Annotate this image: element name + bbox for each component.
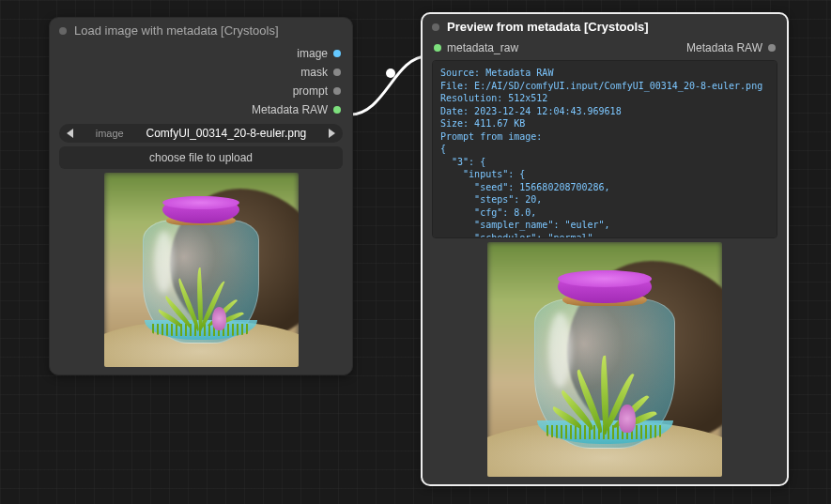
- node-header[interactable]: Preview from metadata [Crystools]: [423, 14, 787, 39]
- output-prompt[interactable]: prompt: [61, 83, 341, 99]
- node-title: Preview from metadata [Crystools]: [447, 20, 649, 34]
- node-header[interactable]: Load image with metadata [Crystools]: [50, 18, 352, 43]
- preview-image[interactable]: [104, 173, 299, 367]
- input-metadata-raw[interactable]: metadata_raw: [434, 41, 518, 54]
- preview-image[interactable]: [487, 242, 722, 477]
- output-metadata-raw[interactable]: Metadata RAW: [686, 41, 776, 54]
- outputs: image mask prompt Metadata RAW: [57, 43, 345, 120]
- port-icon[interactable]: [333, 50, 341, 57]
- port-icon[interactable]: [768, 44, 776, 52]
- file-label: image: [96, 128, 124, 139]
- file-name: ComfyUI_00314_20-8-euler.png: [146, 127, 306, 140]
- port-icon[interactable]: [434, 44, 441, 52]
- svg-point-0: [386, 69, 395, 78]
- node-preview-metadata[interactable]: Preview from metadata [Crystools] metada…: [421, 12, 789, 486]
- image-preview: [430, 242, 779, 477]
- file-selector[interactable]: image ComfyUI_00314_20-8-euler.png: [59, 124, 343, 143]
- port-icon[interactable]: [333, 87, 341, 95]
- collapse-dot-icon[interactable]: [432, 23, 439, 31]
- arrow-left-icon[interactable]: [67, 129, 73, 138]
- port-icon[interactable]: [333, 69, 341, 76]
- output-image[interactable]: image: [61, 45, 341, 62]
- output-metadata-raw[interactable]: Metadata RAW: [61, 101, 341, 118]
- arrow-right-icon[interactable]: [329, 129, 335, 138]
- metadata-content: Source: Metadata RAW File: E:/AI/SD/comf…: [440, 67, 769, 238]
- upload-button[interactable]: choose file to upload: [59, 146, 343, 169]
- node-title: Load image with metadata [Crystools]: [74, 23, 279, 38]
- output-mask[interactable]: mask: [61, 64, 341, 81]
- node-load-image[interactable]: Load image with metadata [Crystools] ima…: [49, 17, 353, 375]
- metadata-textarea[interactable]: Source: Metadata RAW File: E:/AI/SD/comf…: [432, 60, 777, 238]
- collapse-dot-icon[interactable]: [59, 27, 67, 35]
- io-row: metadata_raw Metadata RAW: [430, 39, 779, 56]
- image-preview: [57, 173, 345, 367]
- port-icon[interactable]: [333, 106, 341, 114]
